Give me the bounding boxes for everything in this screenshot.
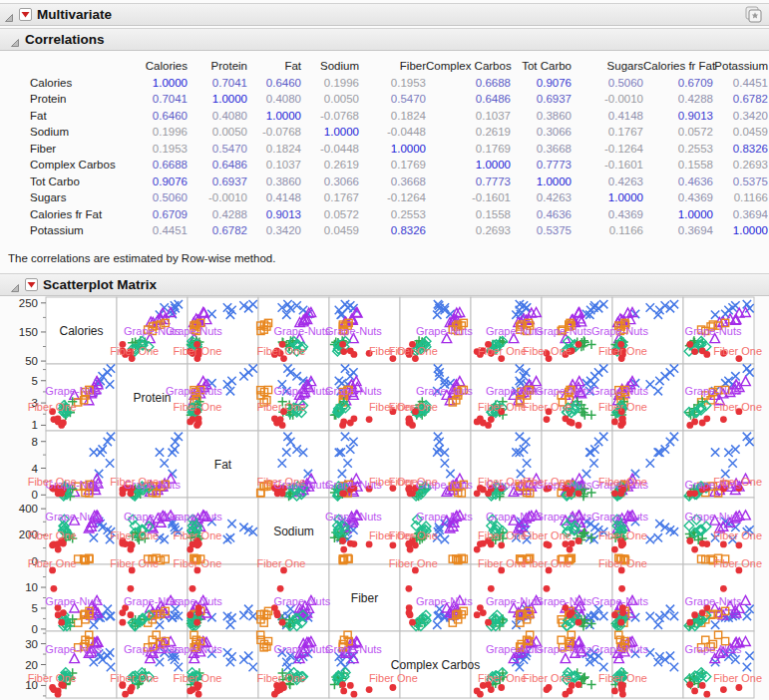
point-label[interactable]: Fiber One [28,557,77,569]
point-label[interactable]: Fiber One [173,345,221,357]
scatter-point[interactable] [339,340,346,347]
scatter-point[interactable] [617,618,624,625]
scatter-point[interactable] [407,611,414,618]
scatter-point[interactable] [488,584,495,591]
point-label[interactable]: Grape-Nuts [685,594,742,606]
scatter-point[interactable] [477,690,484,697]
scatter-point[interactable] [498,684,505,691]
scatter-point[interactable] [563,690,570,697]
point-label[interactable]: Fiber One [110,529,159,541]
scatter-point[interactable] [686,681,693,688]
point-label[interactable]: Grape-Nuts [166,510,222,522]
scatter-point[interactable] [736,541,743,548]
point-label[interactable]: Grape-Nuts [591,643,648,655]
point-label[interactable]: Grape-Nuts [416,510,473,522]
point-label[interactable]: Grape-Nuts [273,594,330,606]
point-label[interactable]: Fiber One [523,672,572,684]
point-label[interactable]: Fiber One [598,557,647,569]
disclosure-triangle-icon[interactable] [9,34,20,45]
scatter-point[interactable] [576,681,582,688]
scatter-point[interactable] [127,584,134,591]
point-label[interactable]: Fiber One [389,345,438,357]
point-label[interactable]: Grape-Nuts [591,510,648,522]
scatter-point[interactable] [127,611,134,618]
point-label[interactable]: Fiber One [523,529,572,541]
scatter-point[interactable] [351,540,358,547]
point-label[interactable]: Grape-Nuts [685,324,742,336]
point-label[interactable]: Fiber One [173,529,221,541]
scatter-point[interactable] [347,682,354,689]
scatter-point[interactable] [720,584,727,591]
scatter-point[interactable] [686,422,693,429]
scatter-point[interactable] [699,609,706,616]
point-label[interactable]: Fiber One [478,345,527,357]
scatter-point[interactable] [618,584,625,591]
point-label[interactable]: Grape-Nuts [166,594,222,606]
scatter-point[interactable] [366,686,373,693]
scatter-point[interactable] [122,690,129,697]
point-label[interactable]: Grape-Nuts [45,643,102,655]
point-label[interactable]: Grape-Nuts [416,594,473,606]
scatter-point[interactable] [703,351,710,358]
point-label[interactable]: Grape-Nuts [45,594,102,606]
point-label[interactable]: Fiber One [713,529,762,541]
point-label[interactable]: Fiber One [110,345,159,357]
scatterplot-matrix-header-bar[interactable]: Scatterplot Matrix [0,273,769,296]
scatter-point[interactable] [339,537,346,544]
point-label[interactable]: Fiber One [713,672,762,684]
scatter-point[interactable] [691,348,698,355]
point-label[interactable]: Fiber One [713,401,762,413]
scatter-point[interactable] [563,415,570,422]
point-label[interactable]: Fiber One [257,475,306,487]
scatter-point[interactable] [279,618,286,625]
scatter-point[interactable] [544,416,551,423]
point-label[interactable]: Fiber One [389,475,438,487]
point-label[interactable]: Grape-Nuts [273,384,330,396]
scatter-point[interactable] [339,681,346,688]
point-label[interactable]: Fiber One [478,672,527,684]
point-label[interactable]: Grape-Nuts [166,384,222,396]
disclosure-triangle-icon[interactable] [9,279,20,290]
point-label[interactable]: Grape-Nuts [325,510,382,522]
scatter-point[interactable] [720,540,727,547]
scatter-point[interactable] [686,537,693,544]
scatter-point[interactable] [51,584,58,591]
scatter-point[interactable] [279,490,286,497]
scatter-point[interactable] [485,618,492,625]
scatter-point[interactable] [686,490,693,497]
scatter-point[interactable] [127,490,134,497]
point-label[interactable]: Grape-Nuts [166,643,222,655]
point-label[interactable]: Fiber One [28,529,77,541]
point-label[interactable]: Fiber One [523,475,572,487]
scatter-point[interactable] [736,684,743,691]
scatter-point[interactable] [703,415,710,422]
scatter-point[interactable] [339,422,346,429]
scatterplot-matrix[interactable]: 5015025013504802004000510102030CaloriesG… [0,296,769,700]
red-triangle-menu-icon[interactable] [19,8,32,21]
scatter-point[interactable] [409,422,416,429]
point-label[interactable]: Fiber One [389,557,438,569]
scatter-point[interactable] [279,422,286,429]
scatter-point[interactable] [366,416,373,423]
published-report-icon[interactable] [745,6,763,23]
point-label[interactable]: Fiber One [389,529,438,541]
scatter-point[interactable] [193,618,200,625]
scatter-point[interactable] [340,348,347,355]
scatter-point[interactable] [406,584,413,591]
point-label[interactable]: Fiber One [598,672,647,684]
scatter-point[interactable] [351,351,358,358]
point-label[interactable]: Grape-Nuts [591,384,648,396]
scatter-point[interactable] [277,584,284,591]
scatter-point[interactable] [58,618,65,625]
scatter-point[interactable] [619,415,626,422]
scatter-point[interactable] [477,415,484,422]
scatter-point[interactable] [576,422,582,429]
point-label[interactable]: Grape-Nuts [325,324,382,336]
scatter-point[interactable] [190,584,196,591]
scatter-point[interactable] [703,690,710,697]
point-label[interactable]: Fiber One [478,475,527,487]
point-label[interactable]: Fiber One [257,672,306,684]
scatter-point[interactable] [187,545,193,552]
point-label[interactable]: Grape-Nuts [273,643,330,655]
scatter-point[interactable] [691,545,698,552]
